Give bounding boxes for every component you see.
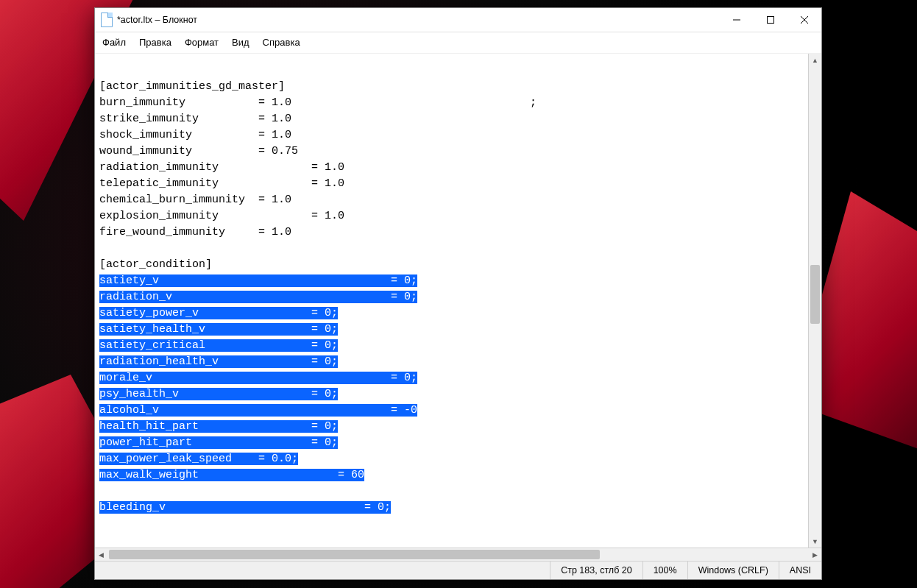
menu-edit[interactable]: Правка (133, 35, 177, 49)
scrollbar-thumb[interactable] (810, 265, 820, 324)
vertical-scrollbar[interactable]: ▲ ▼ (808, 54, 821, 548)
close-icon (801, 16, 808, 24)
maximize-button[interactable] (754, 8, 787, 32)
selection-span[interactable]: psy_health_v = 0; (99, 388, 338, 400)
desktop-background: *actor.ltx – Блокнот Файл Правка Формат … (0, 0, 917, 588)
text-line[interactable]: telepatic_immunity = 1.0 (99, 176, 807, 192)
selection-span[interactable]: bleeding_v = 0; (99, 501, 391, 514)
text-line-selected[interactable]: satiety_health_v = 0; (99, 322, 807, 338)
menu-format[interactable]: Формат (179, 35, 224, 49)
selection-span[interactable]: health_hit_part = 0; (99, 420, 338, 433)
horizontal-scrollbar[interactable]: ◀ ▶ (95, 548, 821, 561)
selection-span[interactable]: alcohol_v = -0 (99, 404, 417, 417)
hscrollbar-track[interactable] (107, 548, 809, 561)
text-line-selected[interactable]: radiation_v = 0; (99, 289, 807, 305)
selection-span[interactable]: satiety_critical = 0; (99, 339, 338, 352)
selection-span[interactable]: satiety_v = 0; (99, 274, 417, 287)
notepad-window: *actor.ltx – Блокнот Файл Правка Формат … (94, 7, 822, 580)
selection-span[interactable]: power_hit_part = 0; (99, 436, 338, 449)
text-line[interactable]: strike_immunity = 1.0 (99, 111, 807, 127)
menu-view[interactable]: Вид (226, 35, 255, 49)
text-line[interactable] (99, 63, 807, 79)
hscrollbar-thumb[interactable] (109, 550, 600, 559)
text-editor[interactable]: [actor_immunities_gd_master]burn_immunit… (95, 54, 808, 548)
text-line-selected[interactable] (99, 483, 807, 500)
scrollbar-track[interactable] (809, 66, 821, 535)
text-line[interactable]: chemical_burn_immunity = 1.0 (99, 192, 807, 208)
scroll-up-icon[interactable]: ▲ (809, 54, 821, 66)
selection-span[interactable]: satiety_power_v = 0; (99, 307, 338, 319)
text-line[interactable]: [actor_condition] (99, 257, 807, 273)
svg-rect-1 (768, 17, 774, 24)
text-line-selected[interactable]: morale_v = 0; (99, 370, 807, 386)
text-line-selected[interactable]: alcohol_v = -0 (99, 403, 807, 419)
close-button[interactable] (787, 8, 821, 32)
text-line-selected[interactable]: satiety_critical = 0; (99, 338, 807, 354)
text-line[interactable] (99, 241, 807, 257)
selection-span[interactable]: radiation_health_v = 0; (99, 355, 338, 368)
minimize-button[interactable] (720, 8, 754, 32)
selection-span[interactable]: morale_v = 0; (99, 372, 417, 384)
text-line-selected[interactable]: power_hit_part = 0; (99, 435, 807, 451)
text-line-selected[interactable]: max_walk_weight = 60 (99, 467, 807, 483)
minimize-icon (733, 16, 740, 24)
scroll-down-icon[interactable]: ▼ (809, 535, 821, 548)
editor-area: [actor_immunities_gd_master]burn_immunit… (95, 54, 821, 548)
text-line-selected[interactable]: satiety_power_v = 0; (99, 305, 807, 322)
scroll-left-icon[interactable]: ◀ (95, 548, 107, 561)
menu-help[interactable]: Справка (257, 35, 306, 49)
statusbar: Стр 183, стлб 20 100% Windows (CRLF) ANS… (95, 561, 821, 579)
text-line-selected[interactable]: psy_health_v = 0; (99, 386, 807, 403)
status-lineending: Windows (CRLF) (687, 562, 779, 579)
text-line-selected[interactable]: radiation_health_v = 0; (99, 354, 807, 370)
text-line[interactable]: [actor_immunities_gd_master] (99, 79, 807, 95)
text-line[interactable]: burn_immunity = 1.0 ; (99, 95, 807, 111)
text-line-selected[interactable]: satiety_v = 0; (99, 273, 807, 289)
menubar: Файл Правка Формат Вид Справка (95, 32, 821, 54)
maximize-icon (767, 16, 774, 24)
status-encoding: ANSI (779, 562, 821, 579)
text-line-selected[interactable]: max_power_leak_speed = 0.0; (99, 451, 807, 467)
menu-file[interactable]: Файл (96, 35, 132, 49)
titlebar[interactable]: *actor.ltx – Блокнот (95, 8, 821, 32)
window-title: *actor.ltx – Блокнот (117, 15, 197, 25)
status-position: Стр 183, стлб 20 (550, 562, 642, 579)
text-line-selected[interactable]: health_hit_part = 0; (99, 419, 807, 435)
text-line[interactable]: wound_immunity = 0.75 (99, 144, 807, 160)
text-line[interactable]: radiation_immunity = 1.0 (99, 160, 807, 176)
selection-span[interactable]: max_walk_weight = 60 (99, 469, 364, 481)
selection-span[interactable]: max_power_leak_speed = 0.0; (99, 453, 298, 465)
text-line-selected[interactable]: bleeding_v = 0; (99, 500, 807, 516)
status-zoom: 100% (642, 562, 687, 579)
selection-span[interactable]: radiation_v = 0; (99, 291, 417, 303)
text-line[interactable]: explosion_immunity = 1.0 (99, 208, 807, 224)
scroll-right-icon[interactable]: ▶ (809, 548, 821, 561)
text-line[interactable]: fire_wound_immunity = 1.0 (99, 224, 807, 241)
window-controls (720, 8, 821, 32)
text-line[interactable]: shock_immunity = 1.0 (99, 127, 807, 144)
selection-span[interactable]: satiety_health_v = 0; (99, 323, 338, 336)
notepad-icon (101, 13, 113, 27)
